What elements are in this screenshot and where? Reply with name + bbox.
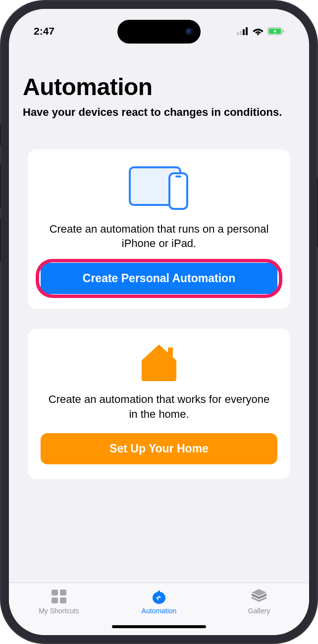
- svg-rect-11: [168, 347, 173, 356]
- main-content: Automation Have your devices react to ch…: [9, 9, 309, 583]
- svg-rect-14: [52, 597, 58, 603]
- annotation-highlight: Create Personal Automation: [41, 263, 277, 294]
- front-camera-icon: [186, 28, 193, 35]
- svg-rect-10: [175, 175, 181, 177]
- screen: 2:47: [9, 9, 309, 635]
- mute-switch: [0, 124, 1, 146]
- svg-rect-2: [243, 29, 245, 35]
- cellular-icon: [237, 27, 249, 35]
- svg-point-4: [257, 33, 259, 35]
- tab-label: Automation: [142, 607, 177, 615]
- svg-rect-9: [169, 173, 187, 209]
- status-time: 2:47: [34, 25, 54, 37]
- home-indicator[interactable]: [112, 625, 206, 628]
- svg-rect-12: [52, 590, 58, 595]
- volume-down-button: [0, 218, 1, 262]
- page-subtitle: Have your devices react to changes in co…: [23, 105, 295, 120]
- dynamic-island: [117, 20, 201, 44]
- svg-rect-1: [240, 31, 242, 35]
- create-personal-automation-button[interactable]: Create Personal Automation: [41, 263, 277, 294]
- home-automation-description: Create an automation that works for ever…: [41, 392, 277, 421]
- home-icon: [41, 343, 277, 381]
- svg-rect-3: [246, 27, 248, 35]
- home-automation-card: Create an automation that works for ever…: [28, 329, 290, 479]
- automation-badge-icon: [151, 589, 167, 604]
- devices-icon: [41, 163, 277, 211]
- tab-automation[interactable]: Automation: [109, 589, 209, 615]
- tab-label: Gallery: [248, 607, 270, 615]
- wifi-icon: [253, 27, 264, 35]
- svg-rect-13: [60, 590, 66, 595]
- personal-automation-card: Create an automation that runs on a pers…: [28, 149, 290, 309]
- battery-charging-icon: [267, 27, 284, 35]
- set-up-home-button[interactable]: Set Up Your Home: [41, 433, 277, 464]
- tab-label: My Shortcuts: [39, 607, 79, 615]
- svg-rect-0: [237, 32, 239, 35]
- personal-automation-description: Create an automation that runs on a pers…: [41, 222, 277, 251]
- tab-my-shortcuts[interactable]: My Shortcuts: [9, 589, 108, 615]
- volume-up-button: [0, 163, 1, 208]
- tab-gallery[interactable]: Gallery: [210, 589, 309, 615]
- svg-rect-7: [283, 30, 284, 33]
- svg-rect-15: [60, 597, 66, 603]
- stack-icon: [251, 589, 267, 604]
- page-title: Automation: [23, 73, 295, 100]
- grid-icon: [51, 589, 67, 604]
- phone-frame: 2:47: [0, 0, 318, 644]
- status-indicators: [237, 27, 284, 35]
